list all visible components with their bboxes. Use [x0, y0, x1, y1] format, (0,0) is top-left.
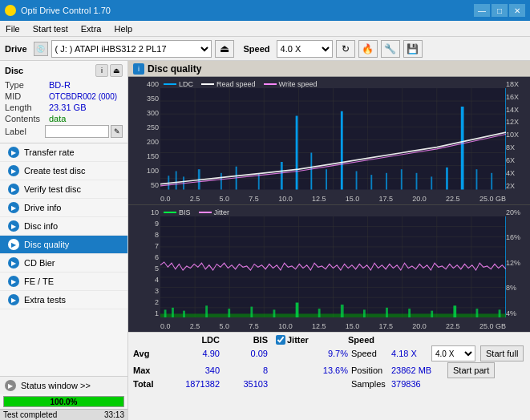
sidebar-item-extra-tests[interactable]: ▶ Extra tests: [0, 291, 127, 309]
disc-length-value: 23.31 GB: [49, 103, 86, 112]
sidebar: Disc i ⏏ Type BD-R MID OTCBDR002 (000) L…: [0, 61, 128, 420]
legend-read-speed-label: Read speed: [216, 80, 256, 88]
sidebar-item-label-disc-info: Disc info: [24, 221, 58, 231]
legend-write-speed-label: Write speed: [279, 80, 318, 88]
svg-rect-25: [281, 162, 283, 190]
options-button[interactable]: 🔧: [381, 40, 400, 58]
sidebar-item-disc-info[interactable]: ▶ Disc info: [0, 217, 127, 236]
sidebar-bottom: ▶ Status window >> 100.0% Test completed…: [0, 376, 127, 420]
sidebar-item-cd-bier[interactable]: ▶ CD Bier: [0, 254, 127, 273]
content-area: i Disc quality LDC Read speed: [128, 61, 530, 420]
sidebar-item-transfer-rate[interactable]: ▶ Transfer rate: [0, 143, 127, 162]
status-window-label: Status window >>: [21, 381, 91, 390]
svg-rect-36: [446, 168, 448, 190]
svg-rect-74: [431, 310, 433, 317]
svg-rect-38: [476, 169, 478, 189]
disc-label-input[interactable]: [45, 125, 109, 138]
cd-bier-icon: ▶: [8, 257, 19, 269]
disc-mid-row: MID OTCBDR002 (000): [5, 91, 123, 101]
disc-panel-header: Disc i ⏏: [5, 64, 123, 77]
close-button[interactable]: ✕: [509, 4, 525, 17]
legend-jitter: Jitter: [199, 208, 230, 216]
chart2-container: BIS Jitter 10987654321 20%16%12%8%4%: [128, 205, 530, 333]
svg-rect-76: [476, 309, 479, 317]
drive-select[interactable]: ( J: ) ATAPI iHBS312 2 PL17: [51, 40, 212, 58]
svg-rect-34: [416, 173, 418, 190]
speed-select[interactable]: 4.0 X 2.0 X 8.0 X: [277, 40, 333, 58]
menu-help[interactable]: Help: [111, 24, 135, 34]
transfer-rate-icon: ▶: [8, 147, 19, 158]
total-label: Total: [133, 379, 164, 389]
sidebar-item-drive-info[interactable]: ▶ Drive info: [0, 199, 127, 217]
svg-rect-65: [228, 309, 230, 317]
sidebar-item-disc-quality[interactable]: ▶ Disc quality: [0, 236, 127, 254]
legend-ldc: LDC: [164, 80, 193, 88]
speed-value-stats: 4.18 X: [391, 349, 431, 358]
sidebar-item-label-verify-test-disc: Verify test disc: [24, 184, 81, 194]
speed-select-stats[interactable]: 4.0 X 2.0 X: [431, 345, 475, 361]
main-area: Disc i ⏏ Type BD-R MID OTCBDR002 (000) L…: [0, 61, 530, 420]
disc-label-row: Label ✎: [5, 125, 123, 138]
chart1-container: LDC Read speed Write speed 4003503002502…: [128, 77, 530, 205]
stats-jitter-header: Jitter: [276, 335, 348, 345]
max-jitter: 13.6%: [276, 365, 348, 375]
svg-rect-27: [310, 153, 312, 190]
sidebar-item-fe-te[interactable]: ▶ FE / TE: [0, 273, 127, 291]
titlebar: Opti Drive Control 1.70 — □ ✕: [0, 0, 530, 21]
svg-rect-29: [341, 111, 343, 190]
max-ldc: 340: [164, 365, 220, 375]
start-full-button[interactable]: Start full: [480, 345, 524, 361]
chart2-svg: [160, 216, 506, 318]
stats-speed-header: Speed: [348, 335, 412, 345]
chart2-x-axis: 0.02.55.07.510.012.515.017.520.022.525.0…: [160, 322, 506, 330]
status-text-bar: Test completed 33:13: [0, 409, 127, 420]
disc-quality-title: Disc quality: [148, 63, 201, 75]
disc-info-sidebar-icon: ▶: [8, 220, 19, 232]
burn-button[interactable]: 🔥: [358, 40, 378, 58]
fe-te-icon: ▶: [8, 276, 19, 287]
menu-file[interactable]: File: [3, 24, 22, 34]
chart1-x-axis: 0.02.55.07.510.012.515.017.520.022.525.0…: [160, 195, 506, 203]
disc-label-label: Label: [5, 127, 45, 136]
maximize-button[interactable]: □: [492, 4, 508, 17]
menu-extra[interactable]: Extra: [79, 24, 104, 34]
sidebar-menu: ▶ Transfer rate ▶ Create test disc ▶ Ver…: [0, 143, 127, 376]
svg-rect-75: [453, 305, 456, 317]
chart2-y-axis-right: 20%16%12%8%4%: [506, 208, 528, 318]
refresh-button[interactable]: ↻: [336, 40, 355, 58]
svg-rect-67: [273, 309, 276, 317]
menu-start-test[interactable]: Start test: [30, 24, 71, 34]
chart1-y-axis-left: 40035030025020015010050: [130, 80, 159, 190]
svg-rect-68: [296, 302, 299, 317]
avg-ldc: 4.90: [164, 349, 220, 358]
disc-eject-icon[interactable]: ⏏: [110, 64, 123, 77]
svg-rect-32: [386, 173, 387, 190]
svg-rect-64: [205, 305, 208, 317]
start-buttons: Start full: [480, 345, 524, 361]
disc-label-set-button[interactable]: ✎: [111, 125, 123, 138]
svg-rect-39: [491, 173, 492, 190]
disc-info-icon[interactable]: i: [95, 64, 108, 77]
avg-jitter: 9.7%: [276, 349, 348, 358]
svg-rect-63: [183, 310, 185, 317]
status-window-item[interactable]: ▶ Status window >>: [0, 377, 127, 394]
disc-type-label: Type: [5, 80, 49, 90]
drive-icon: 💿: [34, 42, 48, 56]
sidebar-item-verify-test-disc[interactable]: ▶ Verify test disc: [0, 180, 127, 199]
save-button[interactable]: 💾: [403, 40, 423, 58]
svg-rect-69: [318, 309, 321, 317]
disc-length-row: Length 23.31 GB: [5, 103, 123, 112]
status-time: 33:13: [104, 410, 124, 419]
menubar: File Start test Extra Help: [0, 21, 530, 37]
eject-button[interactable]: ⏏: [215, 40, 234, 58]
window-controls: — □ ✕: [474, 4, 525, 17]
minimize-button[interactable]: —: [474, 4, 490, 17]
jitter-checkbox[interactable]: [276, 335, 285, 345]
svg-rect-37: [461, 107, 464, 190]
position-value: 23862 MB: [391, 365, 447, 375]
sidebar-item-label-drive-info: Drive info: [24, 203, 61, 212]
disc-quality-icon: ▶: [8, 239, 19, 250]
sidebar-item-label-extra-tests: Extra tests: [24, 295, 66, 305]
start-part-button[interactable]: Start part: [447, 362, 495, 378]
sidebar-item-create-test-disc[interactable]: ▶ Create test disc: [0, 162, 127, 180]
